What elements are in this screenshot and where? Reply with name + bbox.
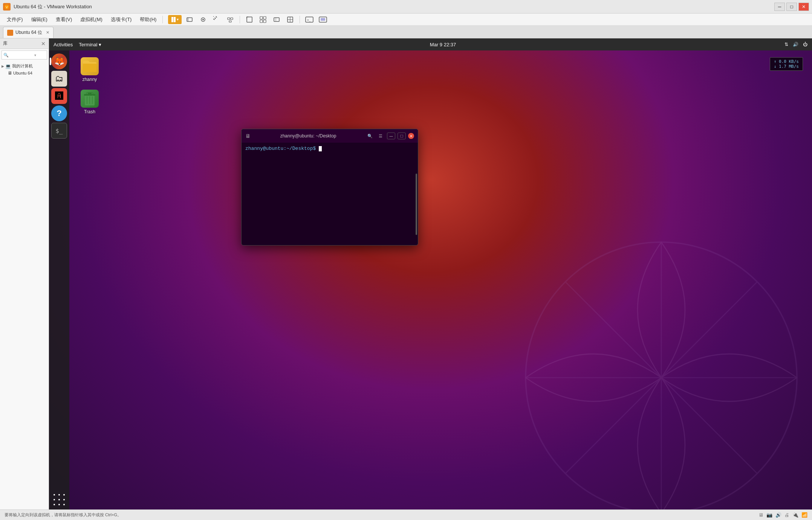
ubuntu-logo-watermark bbox=[492, 208, 812, 509]
ubuntu-topbar: Activities Terminal ▾ Mar 9 22:37 ⇅ 🔊 ⏻ bbox=[49, 38, 812, 50]
terminal-menu-button[interactable]: Terminal ▾ bbox=[79, 42, 101, 47]
tab-close-button[interactable]: ✕ bbox=[46, 30, 49, 35]
power-tray-icon[interactable]: ⏻ bbox=[803, 42, 807, 47]
tree-root[interactable]: ▶ 💻 我的计算机 bbox=[2, 63, 47, 70]
desktop-icon-trash[interactable]: Trash bbox=[75, 90, 105, 114]
menu-vm[interactable]: 虚拟机(M) bbox=[76, 15, 106, 24]
pause-button[interactable]: ▾ bbox=[168, 15, 182, 24]
activities-button[interactable]: Activities bbox=[54, 42, 73, 47]
library-search-icon: 🔍 bbox=[3, 53, 9, 58]
svg-rect-9 bbox=[229, 21, 231, 22]
status-icon-3[interactable]: 🔊 bbox=[775, 512, 781, 518]
library-search-dropdown[interactable]: ▾ bbox=[34, 53, 36, 57]
stretch-button[interactable] bbox=[271, 15, 282, 24]
tree-child-ubuntu[interactable]: 🖥 Ubuntu 64 bbox=[2, 70, 47, 76]
library-title: 库 bbox=[3, 40, 8, 47]
folder-icon bbox=[81, 57, 99, 75]
status-hint-text: 要将输入定向到该虚拟机，请将鼠标指针移入其中或按 Ctrl+G。 bbox=[5, 512, 121, 518]
terminal-prompt-line: zhanny@ubuntu:~/Desktop$ bbox=[245, 146, 414, 151]
status-right-icons: 🖥 📷 🔊 🖨 🔌 📶 bbox=[758, 512, 807, 518]
terminal-titlebar: 🖥 zhanny@ubuntu: ~/Desktop 🔍 ☰ ─ □ ✕ bbox=[242, 129, 418, 143]
terminal-maximize-button[interactable]: □ bbox=[398, 133, 406, 139]
terminal-search-button[interactable]: 🔍 bbox=[366, 133, 374, 139]
svg-rect-14 bbox=[263, 20, 266, 23]
menu-bar: 文件(F) 编辑(E) 查看(V) 虚拟机(M) 选项卡(T) 帮助(H) ▾ bbox=[0, 14, 812, 26]
terminal-minimize-button[interactable]: ─ bbox=[387, 133, 395, 139]
library-search-box[interactable]: 🔍 ▾ bbox=[2, 50, 47, 59]
terminal-scrollbar[interactable] bbox=[416, 174, 417, 235]
autofit-button[interactable] bbox=[284, 15, 296, 24]
dock-show-apps[interactable] bbox=[52, 493, 66, 506]
library-search-input[interactable] bbox=[10, 53, 33, 57]
tree-root-label: 我的计算机 bbox=[12, 63, 33, 69]
dock-help[interactable]: ? bbox=[51, 105, 67, 121]
svg-rect-13 bbox=[260, 20, 263, 23]
svg-rect-7 bbox=[228, 18, 230, 20]
title-bar: V Ubuntu 64 位 - VMware Workstation ─ □ ✕ bbox=[0, 0, 812, 14]
vm-tab-label: Ubuntu 64 位 bbox=[15, 29, 42, 36]
terminal-body[interactable]: zhanny@ubuntu:~/Desktop$ bbox=[242, 143, 418, 245]
svg-point-5 bbox=[202, 19, 204, 20]
status-icon-2[interactable]: 📷 bbox=[766, 512, 772, 518]
trash-icon bbox=[81, 90, 99, 108]
svg-text:>_: >_ bbox=[307, 18, 311, 22]
library-close-button[interactable]: ✕ bbox=[41, 41, 46, 47]
network-tray-icon[interactable]: ⇅ bbox=[784, 42, 788, 47]
ubuntu-datetime: Mar 9 22:37 bbox=[430, 42, 456, 47]
ubuntu-topbar-left: Activities Terminal ▾ bbox=[54, 42, 101, 47]
status-icon-1[interactable]: 🖥 bbox=[758, 512, 763, 518]
toolbar: ▾ bbox=[168, 15, 329, 24]
ubuntu-desktop[interactable]: Activities Terminal ▾ Mar 9 22:37 ⇅ 🔊 ⏻ … bbox=[49, 38, 812, 509]
library-header: 库 ✕ bbox=[0, 38, 49, 49]
menu-tabs[interactable]: 选项卡(T) bbox=[107, 15, 136, 24]
send-ctrl-alt-del-button[interactable] bbox=[184, 15, 195, 24]
vm-tab-ubuntu[interactable]: Ubuntu 64 位 ✕ bbox=[3, 27, 54, 38]
svg-rect-30 bbox=[84, 94, 95, 96]
svg-rect-10 bbox=[247, 17, 252, 22]
dock-appstore[interactable]: 🅰 bbox=[51, 88, 67, 104]
minimize-button[interactable]: ─ bbox=[774, 3, 785, 11]
desktop-icon-zhanny[interactable]: zhanny bbox=[75, 57, 105, 82]
console-view-button[interactable]: >_ bbox=[304, 15, 315, 24]
terminal-prompt-text: zhanny@ubuntu:~/Desktop$ bbox=[245, 146, 316, 151]
close-button[interactable]: ✕ bbox=[798, 3, 809, 11]
unity-button[interactable] bbox=[257, 15, 269, 24]
menu-edit[interactable]: 编辑(E) bbox=[28, 15, 51, 24]
status-icon-4[interactable]: 🖨 bbox=[784, 512, 789, 518]
terminal-close-button[interactable]: ✕ bbox=[408, 133, 414, 139]
dock-firefox[interactable]: 🦊 bbox=[51, 53, 67, 69]
menu-help[interactable]: 帮助(H) bbox=[136, 15, 160, 24]
dock-terminal[interactable]: $_ bbox=[51, 123, 67, 139]
restore-snapshot-button[interactable] bbox=[211, 15, 222, 24]
status-icon-6[interactable]: 📶 bbox=[801, 512, 807, 518]
svg-rect-31 bbox=[88, 93, 92, 94]
status-icon-5[interactable]: 🔌 bbox=[792, 512, 798, 518]
menu-file[interactable]: 文件(F) bbox=[3, 15, 27, 24]
snapshot-button[interactable] bbox=[197, 15, 209, 24]
menu-view[interactable]: 查看(V) bbox=[52, 15, 76, 24]
svg-rect-11 bbox=[260, 17, 263, 19]
library-panel: 库 ✕ 🔍 ▾ ▶ 💻 我的计算机 🖥 Ubuntu 64 bbox=[0, 38, 49, 509]
network-speed-indicator: ↑ 0.0 KB/s ↓ 1.7 MB/s bbox=[770, 57, 803, 71]
volume-tray-icon[interactable]: 🔊 bbox=[793, 42, 798, 47]
svg-rect-2 bbox=[187, 18, 192, 21]
toolbar-sep2 bbox=[300, 16, 300, 23]
full-screen-button[interactable] bbox=[244, 15, 255, 24]
desktop-icons: zhanny Trash bbox=[75, 57, 105, 114]
terminal-cursor bbox=[319, 146, 322, 151]
terminal-menu-icon[interactable]: ☰ bbox=[376, 133, 385, 139]
dock-files[interactable]: 🗂 bbox=[51, 71, 67, 87]
window-title: Ubuntu 64 位 - VMware Workstation bbox=[14, 3, 771, 10]
download-speed: ↓ 1.7 MB/s bbox=[774, 64, 799, 69]
library-tree: ▶ 💻 我的计算机 🖥 Ubuntu 64 bbox=[0, 61, 49, 78]
terminal-window-controls: 🔍 ☰ ─ □ ✕ bbox=[366, 133, 414, 139]
gui-button[interactable] bbox=[317, 15, 329, 24]
appstore-icon: 🅰 bbox=[55, 91, 63, 101]
svg-rect-23 bbox=[321, 18, 325, 21]
svg-rect-12 bbox=[263, 17, 266, 19]
manage-snapshots-button[interactable] bbox=[225, 15, 236, 24]
maximize-button[interactable]: □ bbox=[786, 3, 797, 11]
svg-text:V: V bbox=[6, 5, 8, 9]
ubuntu-system-tray: ⇅ 🔊 ⏻ bbox=[784, 42, 807, 47]
svg-marker-6 bbox=[214, 18, 216, 19]
